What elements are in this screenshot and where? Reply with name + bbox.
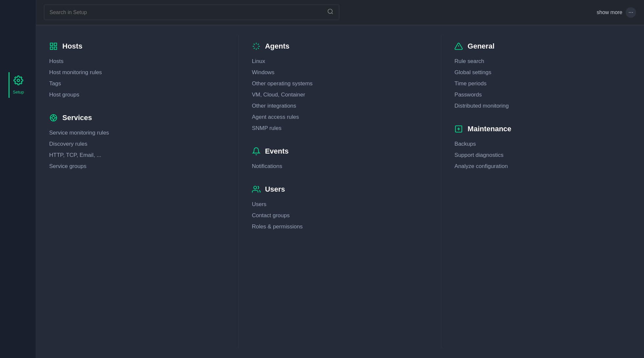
svg-rect-4 (54, 43, 57, 46)
section-services-header: Services (49, 114, 225, 122)
notifications-link[interactable]: Notifications (252, 163, 282, 169)
discovery-rules-link[interactable]: Discovery rules (49, 141, 87, 147)
list-item: Agent access rules (252, 112, 428, 123)
list-item: Contact groups (252, 210, 428, 221)
section-hosts-header: Hosts (49, 42, 225, 51)
roles-permissions-link[interactable]: Roles & permissions (252, 223, 303, 230)
list-item: Support diagnostics (454, 150, 631, 161)
distributed-monitoring-link[interactable]: Distributed monitoring (454, 103, 509, 109)
sidebar-item-label: Setup (13, 90, 24, 95)
support-diagnostics-link[interactable]: Support diagnostics (454, 152, 503, 158)
column-agents-events-users: Agents Linux Windows Other operating sys… (239, 35, 442, 348)
windows-link[interactable]: Windows (252, 69, 275, 75)
svg-rect-3 (50, 43, 53, 46)
contact-groups-link[interactable]: Contact groups (252, 212, 290, 219)
search-input[interactable] (50, 10, 323, 15)
passwords-link[interactable]: Passwords (454, 92, 482, 98)
list-item: Host groups (49, 89, 225, 100)
svg-point-0 (17, 79, 20, 82)
list-item: VM, Cloud, Container (252, 89, 428, 100)
rule-search-link[interactable]: Rule search (454, 58, 484, 64)
users-link[interactable]: Users (252, 201, 266, 207)
services-icon (49, 114, 58, 122)
list-item: Discovery rules (49, 138, 225, 150)
section-services-title: Services (62, 114, 92, 122)
snmp-rules-link[interactable]: SNMP rules (252, 125, 281, 131)
section-users-title: Users (265, 185, 285, 194)
vm-cloud-container-link[interactable]: VM, Cloud, Container (252, 92, 305, 98)
tags-link[interactable]: Tags (49, 80, 61, 87)
list-item: Users (252, 199, 428, 210)
list-item: Global settings (454, 67, 631, 78)
section-maintenance-header: Maintenance (454, 125, 631, 133)
other-os-link[interactable]: Other operating systems (252, 80, 313, 87)
agents-links: Linux Windows Other operating systems VM… (252, 56, 428, 134)
section-events-title: Events (265, 147, 289, 156)
section-agents-title: Agents (265, 42, 290, 51)
show-more-button[interactable]: show more ··· (597, 7, 636, 18)
list-item: Host monitoring rules (49, 67, 225, 78)
svg-rect-6 (54, 47, 57, 50)
section-maintenance-title: Maintenance (467, 125, 511, 133)
section-events-header: Events (252, 147, 428, 156)
section-services: Services Service monitoring rules Discov… (49, 114, 225, 172)
svg-line-19 (254, 48, 255, 49)
agent-access-rules-link[interactable]: Agent access rules (252, 114, 299, 120)
list-item: Service groups (49, 161, 225, 172)
other-integrations-link[interactable]: Other integrations (252, 103, 296, 109)
list-item: Distributed monitoring (454, 100, 631, 112)
hosts-links: Hosts Host monitoring rules Tags Host gr… (49, 56, 225, 100)
list-item: Other operating systems (252, 78, 428, 89)
section-general-title: General (467, 42, 494, 51)
svg-rect-5 (50, 47, 53, 50)
topbar: show more ··· (36, 0, 644, 25)
list-item: Time periods (454, 78, 631, 89)
section-maintenance: Maintenance Backups Support diagnostics … (454, 125, 631, 172)
services-links: Service monitoring rules Discovery rules… (49, 127, 225, 172)
general-icon (454, 42, 463, 51)
list-item: Analyze configuration (454, 161, 631, 172)
global-settings-link[interactable]: Global settings (454, 69, 491, 75)
backups-link[interactable]: Backups (454, 141, 476, 147)
users-links: Users Contact groups Roles & permissions (252, 199, 428, 232)
list-item: Backups (454, 138, 631, 150)
list-item: SNMP rules (252, 123, 428, 134)
section-events: Events Notifications (252, 147, 428, 172)
menu-grid: Hosts Hosts Host monitoring rules Tags H… (36, 25, 644, 358)
section-agents: Agents Linux Windows Other operating sys… (252, 42, 428, 134)
sidebar: Setup (0, 0, 36, 358)
svg-point-1 (328, 9, 332, 13)
section-general: General Rule search Global settings Time… (454, 42, 631, 112)
list-item: Hosts (49, 56, 225, 67)
hosts-link[interactable]: Hosts (49, 58, 63, 64)
linux-link[interactable]: Linux (252, 58, 265, 64)
section-general-header: General (454, 42, 631, 51)
list-item: Notifications (252, 161, 428, 172)
column-hosts-services: Hosts Hosts Host monitoring rules Tags H… (36, 35, 239, 348)
show-more-label: show more (597, 10, 622, 15)
maintenance-icon (454, 125, 463, 133)
list-item: Roles & permissions (252, 221, 428, 232)
list-item: Rule search (454, 56, 631, 67)
sidebar-item-setup[interactable]: Setup (9, 72, 27, 98)
list-item: Service monitoring rules (49, 127, 225, 138)
more-options-icon[interactable]: ··· (626, 7, 636, 18)
analyze-configuration-link[interactable]: Analyze configuration (454, 163, 508, 169)
events-icon (252, 147, 260, 156)
column-general-maintenance: General Rule search Global settings Time… (441, 35, 644, 348)
host-monitoring-rules-link[interactable]: Host monitoring rules (49, 69, 102, 75)
time-periods-link[interactable]: Time periods (454, 80, 487, 87)
http-tcp-email-link[interactable]: HTTP, TCP, Email, ... (49, 152, 101, 158)
service-groups-link[interactable]: Service groups (49, 163, 86, 169)
list-item: Other integrations (252, 100, 428, 112)
hosts-icon (49, 42, 58, 51)
search-bar[interactable] (44, 5, 339, 20)
svg-line-15 (254, 44, 255, 45)
section-hosts-title: Hosts (62, 42, 82, 51)
events-links: Notifications (252, 161, 428, 172)
search-icon (327, 8, 334, 16)
general-links: Rule search Global settings Time periods… (454, 56, 631, 112)
host-groups-link[interactable]: Host groups (49, 92, 79, 98)
service-monitoring-rules-link[interactable]: Service monitoring rules (49, 130, 109, 136)
list-item: Linux (252, 56, 428, 67)
